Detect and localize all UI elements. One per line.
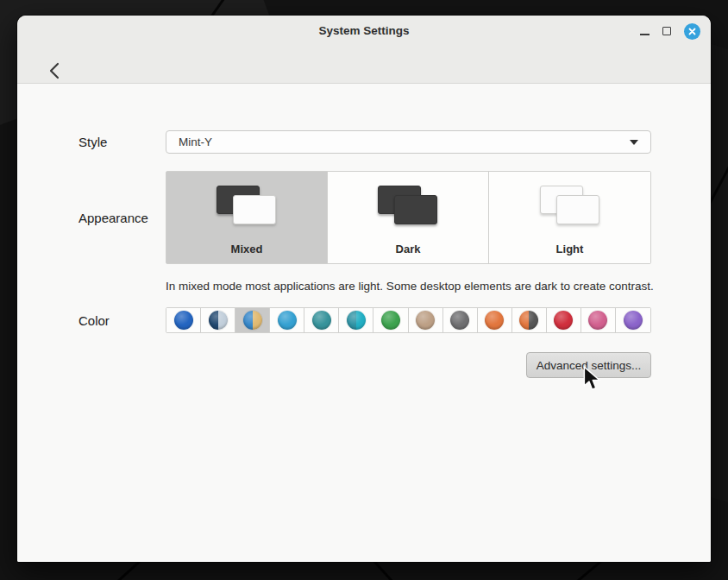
window-title: System Settings xyxy=(17,24,711,37)
color-swatch-sky-blue[interactable] xyxy=(270,308,304,332)
titlebar[interactable]: System Settings xyxy=(17,16,711,47)
preview-front-rect xyxy=(556,195,599,224)
color-circle xyxy=(485,311,504,330)
color-circle xyxy=(174,311,193,330)
color-swatch-orange-gray[interactable] xyxy=(512,308,547,332)
appearance-options: MixedDarkLight xyxy=(166,171,651,264)
theme-preview-mixed-icon xyxy=(217,186,277,225)
color-swatch-purple[interactable] xyxy=(616,308,650,332)
color-circle xyxy=(416,311,435,330)
color-circle xyxy=(312,311,331,330)
minimize-icon[interactable] xyxy=(640,34,650,35)
color-swatch-sand[interactable] xyxy=(409,308,443,332)
appearance-label: Appearance xyxy=(78,211,148,225)
color-swatch-red[interactable] xyxy=(547,308,581,332)
back-button[interactable] xyxy=(48,62,64,81)
color-circle xyxy=(624,311,643,330)
preview-front-rect xyxy=(233,195,276,224)
appearance-option-mixed[interactable]: Mixed xyxy=(166,172,328,263)
appearance-option-label: Light xyxy=(556,243,584,255)
style-dropdown[interactable]: Mint-Y xyxy=(166,130,651,154)
color-swatch-teal[interactable] xyxy=(304,308,339,332)
window-controls xyxy=(640,16,700,47)
color-swatch-green[interactable] xyxy=(373,308,408,332)
theme-preview-light-icon xyxy=(540,186,600,225)
color-swatch-pink[interactable] xyxy=(581,308,616,332)
appearance-option-label: Mixed xyxy=(231,243,263,255)
appearance-option-label: Dark xyxy=(396,243,421,255)
preview-front-rect xyxy=(394,195,437,224)
color-circle xyxy=(450,311,469,330)
theme-preview-dark-icon xyxy=(378,186,438,225)
window-header: System Settings xyxy=(17,16,711,84)
advanced-settings-button[interactable]: Advanced settings... xyxy=(526,352,651,378)
color-circle xyxy=(278,311,297,330)
appearance-option-dark[interactable]: Dark xyxy=(328,172,489,263)
mode-description: In mixed mode most applications are ligh… xyxy=(166,280,654,293)
color-swatch-blue-sand[interactable] xyxy=(235,308,270,332)
close-icon[interactable] xyxy=(684,23,700,40)
color-circle xyxy=(243,311,262,330)
color-label: Color xyxy=(78,313,110,328)
color-circle xyxy=(519,311,538,330)
color-swatch-gray[interactable] xyxy=(443,308,478,332)
style-label: Style xyxy=(78,135,107,149)
color-circle xyxy=(347,311,366,330)
color-swatch-orange[interactable] xyxy=(478,308,512,332)
color-circle xyxy=(554,311,573,330)
color-circle xyxy=(588,311,607,330)
color-swatch-teal-cyan[interactable] xyxy=(339,308,373,332)
chevron-down-icon xyxy=(630,140,638,145)
maximize-icon[interactable] xyxy=(662,27,671,35)
color-circle xyxy=(381,311,400,330)
color-swatch-blue[interactable] xyxy=(166,308,201,332)
appearance-option-light[interactable]: Light xyxy=(489,172,650,263)
color-swatch-navy-paleblue[interactable] xyxy=(201,308,235,332)
theme-settings-panel: Style Mint-Y Appearance MixedDarkLight I… xyxy=(17,85,711,562)
color-swatches xyxy=(166,307,651,333)
system-settings-window: System Settings Style Mint-Y Appearance … xyxy=(17,16,711,562)
color-circle xyxy=(209,311,228,330)
style-dropdown-value: Mint-Y xyxy=(179,136,630,148)
